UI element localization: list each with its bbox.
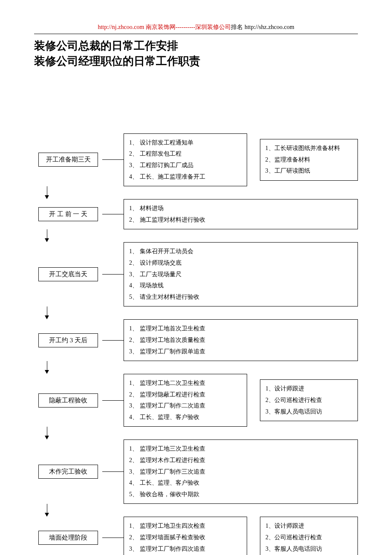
detail-box: 1、 监理对工地首次卫生检查2、 监理对工地首次质量检查3、 监理对工厂制作跟单…: [124, 319, 358, 361]
detail-item: 2、 监理对墙面腻子检查验收: [129, 532, 242, 543]
header-url2: http://shz.zhcoo.com: [245, 24, 294, 30]
detail-item: 1、 监理对工地首次卫生检查: [129, 323, 352, 335]
connector-vertical: [34, 427, 358, 439]
side-item: 2、公司巡检进行检查: [265, 532, 352, 543]
stage-cell: 开工准备期三天: [34, 153, 102, 167]
detail-item: 3、 监理对工厂制作二次追查: [129, 400, 242, 412]
header-url1: http://nj.zhcoo.com: [98, 24, 144, 30]
connector-horizontal: [102, 159, 124, 160]
side-item: 3、客服人员电话回访: [265, 543, 352, 555]
side-item: 1、工长研读图纸并准备材料: [265, 143, 353, 154]
detail-item: 1、 监理对工地二次卫生检查: [129, 378, 242, 389]
side-item: 3、工厂研读图纸: [265, 165, 353, 177]
connector-vertical: [34, 361, 358, 374]
detail-item: 2、 监理对工地首次质量检查: [129, 335, 352, 346]
connector-vertical: [34, 306, 358, 319]
detail-item: 1、 集体召开开工动员会: [129, 246, 352, 257]
arrowhead-icon: [45, 513, 49, 517]
connector-horizontal: [102, 471, 124, 472]
flow-row: 开工准备期三天1、 设计部发工程通知单2、 工程部发包工程3、 工程部订购工厂成…: [34, 133, 358, 186]
stage-box: 开工准备期三天: [38, 153, 98, 167]
connector-horizontal: [102, 538, 124, 538]
detail-item: 4、 工长、施工监理准备开工: [129, 171, 242, 183]
detail-item: 4、 现场放线: [129, 280, 352, 292]
detail-item: 3、 监理对工厂制作四次追查: [129, 543, 242, 555]
page-header: http://nj.zhcoo.com 南京装饰网----------深圳装修公…: [34, 23, 358, 31]
stage-cell: 木作完工验收: [34, 465, 102, 479]
connector-horizontal: [102, 400, 124, 401]
arrowhead-icon: [45, 238, 49, 242]
detail-box: 1、 监理对工地二次卫生检查2、 监理对隐蔽工程进行检查3、 监理对工厂制作二次…: [124, 374, 247, 427]
detail-box: 1、 监理对工地三次卫生检查2、 监理对木作工程进行检查3、 监理对工厂制作三次…: [124, 439, 358, 504]
detail-box: 1、 设计部发工程通知单2、 工程部发包工程3、 工程部订购工厂成品4、 工长、…: [124, 133, 247, 186]
detail-item: 2、 监理对隐蔽工程进行检查: [129, 389, 242, 401]
detail-item: 2、 工程部发包工程: [129, 148, 242, 160]
detail-item: 3、 监理对工厂制作跟单追查: [129, 346, 352, 358]
stage-box: 隐蔽工程验收: [38, 393, 98, 408]
side-box: 1、工长研读图纸并准备材料2、监理准备材料3、工厂研读图纸: [260, 139, 358, 181]
detail-item: 3、 监理对工厂制作三次追查: [129, 466, 352, 478]
detail-item: 3、 工程部订购工厂成品: [129, 160, 242, 171]
stage-box: 木作完工验收: [38, 465, 98, 479]
stage-cell: 开工约 3 天后: [34, 333, 102, 347]
arrowhead-icon: [45, 436, 49, 439]
detail-box: 1、 材料进场2、 施工监理对材料进行验收: [124, 199, 358, 229]
detail-item: 3、 工厂去现场量尺: [129, 269, 352, 280]
connector-horizontal: [102, 340, 124, 341]
detail-item: 1、 材料进场: [129, 203, 352, 214]
header-site1: 南京装饰网: [146, 24, 176, 30]
flow-row: 开工约 3 天后1、 监理对工地首次卫生检查2、 监理对工地首次质量检查3、 监…: [34, 319, 358, 361]
detail-item: 2、 设计师现场交底: [129, 257, 352, 269]
stage-box: 开 工 前 一 天: [38, 207, 98, 221]
side-item: 3、客服人员电话回访: [265, 406, 352, 418]
connector-vertical: [34, 186, 358, 199]
header-rank: 排名: [231, 24, 243, 30]
detail-item: 1、 监理对工地卫生四次检查: [129, 520, 242, 532]
detail-item: 2、 施工监理对材料进行验收: [129, 214, 352, 226]
flow-row: 隐蔽工程验收1、 监理对工地二次卫生检查2、 监理对隐蔽工程进行检查3、 监理对…: [34, 374, 358, 427]
side-item: 2、公司巡检进行检查: [265, 395, 352, 406]
connector-vertical: [34, 504, 358, 517]
header-rule: [34, 34, 358, 34]
stage-cell: 墙面处理阶段: [34, 531, 102, 545]
stage-box: 墙面处理阶段: [38, 531, 98, 545]
detail-box: 1、 集体召开开工动员会2、 设计师现场交底3、 工厂去现场量尺4、 现场放线5…: [124, 242, 358, 306]
stage-cell: 开 工 前 一 天: [34, 207, 102, 221]
arrowhead-icon: [45, 370, 49, 374]
title-line1: 装修公司总裁的日常工作安排: [34, 38, 358, 54]
header-site2: 深圳装修公司: [195, 24, 231, 30]
detail-item: 4、 工长、监理、客户验收: [129, 412, 242, 423]
side-item: 2、监理准备材料: [265, 154, 353, 166]
side-item: 1、设计师跟进: [265, 520, 352, 532]
side-item: 1、设计师跟进: [265, 383, 352, 395]
side-box: 1、设计师跟进2、公司巡检进行检查3、客服人员电话回访: [260, 517, 358, 555]
flowchart: 开工准备期三天1、 设计部发工程通知单2、 工程部发包工程3、 工程部订购工厂成…: [34, 133, 358, 555]
arrowhead-icon: [45, 195, 49, 199]
side-box: 1、设计师跟进2、公司巡检进行检查3、客服人员电话回访: [260, 379, 358, 421]
detail-item: 1、 监理对工地三次卫生检查: [129, 443, 352, 455]
stage-cell: 隐蔽工程验收: [34, 393, 102, 408]
title-line2: 装修公司经理职位的日常工作职责: [34, 54, 358, 69]
detail-item: 1、 设计部发工程通知单: [129, 137, 242, 149]
detail-item: 2、 监理对木作工程进行检查: [129, 455, 352, 466]
detail-item: 4、 工长、监理、客户验收: [129, 477, 352, 489]
document-page: http://nj.zhcoo.com 南京装饰网----------深圳装修公…: [0, 0, 392, 555]
header-dash: ----------: [176, 24, 196, 30]
connector-vertical: [34, 229, 358, 242]
connector-horizontal: [102, 274, 124, 275]
flow-row: 木作完工验收1、 监理对工地三次卫生检查2、 监理对木作工程进行检查3、 监理对…: [34, 439, 358, 504]
connector-horizontal: [102, 214, 124, 214]
page-title: 装修公司总裁的日常工作安排 装修公司经理职位的日常工作职责: [34, 38, 358, 69]
flow-row: 开 工 前 一 天1、 材料进场2、 施工监理对材料进行验收: [34, 199, 358, 229]
flow-row: 开工交底当天1、 集体召开开工动员会2、 设计师现场交底3、 工厂去现场量尺4、…: [34, 242, 358, 306]
stage-box: 开工约 3 天后: [38, 333, 98, 347]
detail-box: 1、 监理对工地卫生四次检查2、 监理对墙面腻子检查验收3、 监理对工厂制作四次…: [124, 517, 247, 555]
arrowhead-icon: [45, 315, 49, 319]
detail-item: 5、 请业主对材料进行验收: [129, 292, 352, 303]
flow-row: 墙面处理阶段1、 监理对工地卫生四次检查2、 监理对墙面腻子检查验收3、 监理对…: [34, 517, 358, 555]
detail-item: 5、 验收合格，催收中期款: [129, 489, 352, 500]
stage-cell: 开工交底当天: [34, 267, 102, 281]
stage-box: 开工交底当天: [38, 267, 98, 281]
